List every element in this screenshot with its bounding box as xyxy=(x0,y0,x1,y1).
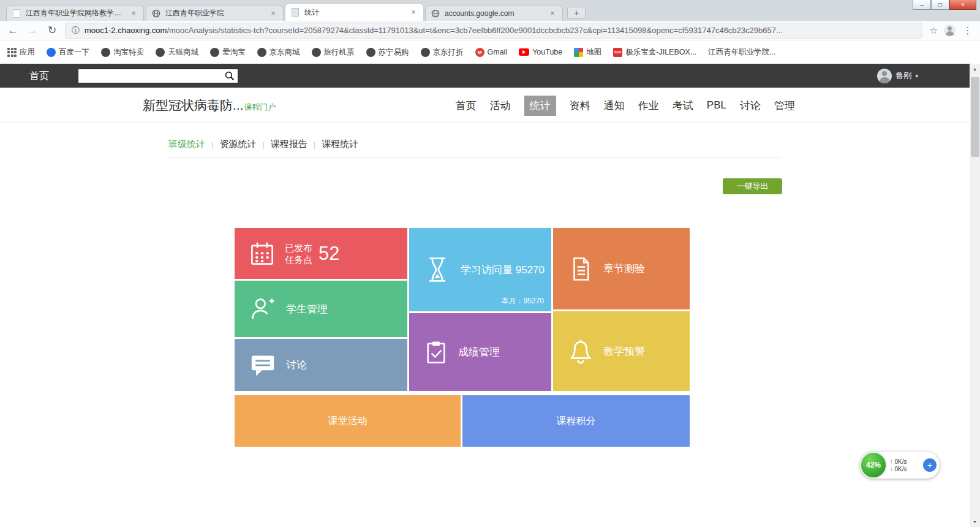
calendar-icon xyxy=(249,241,275,267)
browser-tab-1[interactable]: 江西青年职业学院网络教学平台 × xyxy=(6,5,144,21)
document-icon xyxy=(568,255,594,283)
maximize-button[interactable]: □ xyxy=(931,0,949,10)
scroll-down-icon[interactable]: ▼ xyxy=(970,517,980,527)
bookmark-item[interactable]: 苏宁易购 xyxy=(366,47,409,58)
widget-plus-button[interactable]: + xyxy=(923,458,937,472)
statistics-tiles: 已发布任务点 52 学生管理 xyxy=(235,228,690,447)
refresh-button[interactable]: ↻ xyxy=(45,24,59,37)
bell-icon xyxy=(568,337,594,365)
apps-menu[interactable]: 应用 xyxy=(7,47,35,58)
tile-chapter-test[interactable]: 章节测验 xyxy=(553,228,690,309)
tile-student-management[interactable]: 学生管理 xyxy=(235,281,407,337)
subnav-course-report[interactable]: 课程报告 xyxy=(271,138,307,150)
globe-favicon-icon xyxy=(431,9,440,18)
tile-learning-visits[interactable]: 学习访问量 95270 本月：95270 xyxy=(409,228,551,311)
site-header: 首页 鲁刚 ▾ xyxy=(0,64,970,88)
site-info-icon[interactable]: ⓘ xyxy=(72,25,80,36)
nav-item-materials[interactable]: 资料 xyxy=(570,99,590,113)
tile-class-activities[interactable]: 课堂活动 xyxy=(235,395,461,447)
close-tab-icon[interactable]: × xyxy=(129,9,138,18)
search-icon xyxy=(225,71,235,81)
tile-teaching-alert[interactable]: 教学预警 xyxy=(553,311,690,391)
url-path: /moocAnalysis/statistics-tch?courseId=20… xyxy=(167,26,782,35)
scroll-up-icon[interactable]: ▲ xyxy=(970,64,980,74)
bookmark-item[interactable]: 百度一下 xyxy=(47,47,89,58)
nav-item-pbl[interactable]: PBL xyxy=(707,99,726,112)
bookmark-item[interactable]: 旅行机票 xyxy=(312,47,355,58)
site-favicon-icon xyxy=(101,48,110,57)
bookmark-item[interactable]: 京东商城 xyxy=(257,47,300,58)
site-favicon-icon xyxy=(156,48,165,57)
network-rates: ↑0K/s ↓0K/s xyxy=(887,458,921,472)
subnav-class-stats[interactable]: 班级统计 xyxy=(168,138,205,150)
browser-tab-active[interactable]: 统计 × xyxy=(285,4,423,21)
course-nav: 首页 活动 统计 资料 通知 作业 考试 PBL 讨论 管理 xyxy=(456,88,795,123)
page-scrollbar[interactable]: ▲ ▼ xyxy=(970,64,980,527)
chat-icon xyxy=(249,353,276,377)
page-favicon-icon xyxy=(290,7,300,17)
speed-monitor-widget[interactable]: 42% ↑0K/s ↓0K/s + xyxy=(860,452,940,479)
tile-course-points[interactable]: 课程积分 xyxy=(462,395,690,447)
tile-published-tasks[interactable]: 已发布任务点 52 xyxy=(235,228,407,279)
bookmark-item[interactable]: 京东打折 xyxy=(421,47,464,58)
maps-favicon-icon xyxy=(574,48,583,57)
browser-menu-icon[interactable]: ⋮ xyxy=(962,25,974,36)
clipboard-check-icon xyxy=(424,338,448,366)
user-menu[interactable]: 鲁刚 ▾ xyxy=(877,64,918,88)
close-window-button[interactable]: × xyxy=(949,0,976,10)
course-title: 新型冠状病毒防...课程门户 xyxy=(143,97,276,114)
url-domain: mooc1-2.chaoxing.com xyxy=(85,26,167,35)
bookmark-item-gmail[interactable]: MGmail xyxy=(475,48,508,57)
learning-visits-label: 学习访问量 95270 xyxy=(461,263,545,277)
minimize-button[interactable]: – xyxy=(913,0,931,10)
nav-item-home[interactable]: 首页 xyxy=(456,99,477,113)
bookmark-item[interactable]: 爱淘宝 xyxy=(210,47,246,58)
nav-item-activity[interactable]: 活动 xyxy=(490,99,511,113)
nav-item-homework[interactable]: 作业 xyxy=(638,99,659,113)
nav-item-manage[interactable]: 管理 xyxy=(774,99,795,113)
download-rate: 0K/s xyxy=(895,466,907,472)
site-favicon-icon xyxy=(257,48,266,57)
tab-title: 江西青年职业学院网络教学平台 xyxy=(26,8,124,18)
close-tab-icon[interactable]: × xyxy=(268,9,278,18)
scrollbar-thumb[interactable] xyxy=(971,77,979,157)
nav-item-exam[interactable]: 考试 xyxy=(673,99,693,113)
grade-management-label: 成绩管理 xyxy=(458,345,500,359)
export-button[interactable]: 一键导出 xyxy=(723,178,782,194)
profile-avatar-icon[interactable] xyxy=(944,25,956,36)
bookmark-star-icon[interactable]: ☆ xyxy=(930,25,938,36)
user-avatar xyxy=(877,69,892,83)
bookmark-item[interactable]: 天猫商城 xyxy=(156,47,198,58)
site-home-link[interactable]: 首页 xyxy=(29,64,49,88)
browser-tab-4[interactable]: accounts.google.com × xyxy=(425,5,563,21)
site-favicon-icon xyxy=(312,48,321,57)
bookmark-item-jilebox[interactable]: BOX极乐宝盒-JILEBOX... xyxy=(613,47,696,58)
forward-button[interactable]: → xyxy=(26,25,39,37)
search-button[interactable] xyxy=(222,69,238,83)
bookmarks-bar: 应用 百度一下 淘宝特卖 天猫商城 爱淘宝 京东商城 旅行机票 苏宁易购 京东打… xyxy=(0,40,980,64)
browser-tab-2[interactable]: 江西青年职业学院 × xyxy=(146,5,284,21)
search-input[interactable] xyxy=(78,72,222,81)
subnav-course-stats[interactable]: 课程统计 xyxy=(322,138,358,150)
discussion-label: 讨论 xyxy=(286,358,307,372)
new-tab-button[interactable]: + xyxy=(567,7,586,19)
tab-title: 统计 xyxy=(304,7,404,18)
close-tab-icon[interactable]: × xyxy=(409,7,418,17)
back-button[interactable]: ← xyxy=(6,25,20,37)
close-tab-icon[interactable]: × xyxy=(548,9,557,18)
chapter-test-label: 章节测验 xyxy=(603,262,645,276)
tile-grade-management[interactable]: 成绩管理 xyxy=(409,313,551,391)
tile-discussion[interactable]: 讨论 xyxy=(235,339,407,391)
nav-item-notice[interactable]: 通知 xyxy=(604,99,625,113)
student-management-label: 学生管理 xyxy=(286,302,328,316)
bookmark-item[interactable]: 淘宝特卖 xyxy=(101,47,144,58)
subnav-resource-stats[interactable]: 资源统计 xyxy=(219,138,256,150)
apps-grid-icon xyxy=(7,48,17,57)
nav-item-discussion[interactable]: 讨论 xyxy=(740,99,761,113)
nav-item-statistics[interactable]: 统计 xyxy=(524,96,556,116)
bookmark-item-youtube[interactable]: YouTube xyxy=(519,48,562,56)
course-portal-link[interactable]: 课程门户 xyxy=(244,102,276,112)
bookmark-item-maps[interactable]: 地图 xyxy=(574,47,601,58)
bookmark-item[interactable]: 江西青年职业学院... xyxy=(708,47,775,58)
address-bar[interactable]: ⓘ mooc1-2.chaoxing.com/moocAnalysis/stat… xyxy=(65,23,922,39)
